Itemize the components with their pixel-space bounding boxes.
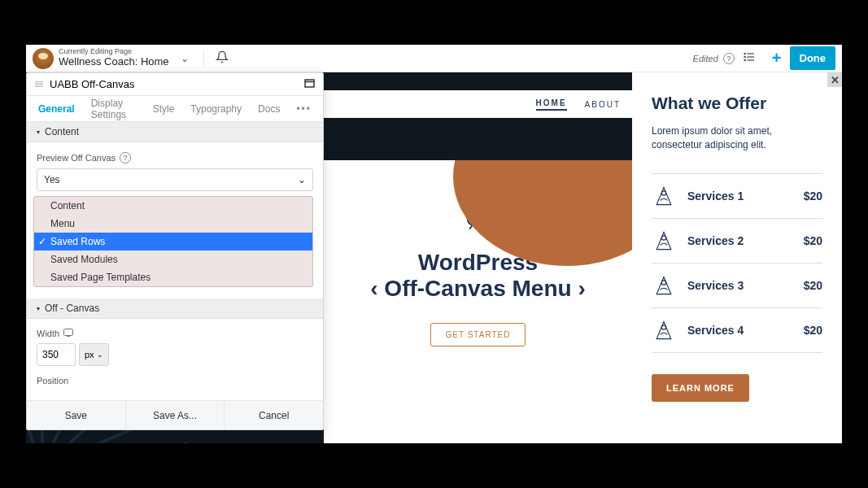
option-content[interactable]: Content	[34, 197, 312, 215]
svg-point-4	[744, 56, 745, 57]
settings-panel: UABB Off-Canvas General Display Settings…	[26, 72, 324, 430]
svg-point-15	[661, 190, 665, 194]
nav-home[interactable]: HOME	[536, 98, 567, 111]
option-menu[interactable]: Menu	[34, 215, 312, 233]
svg-point-5	[744, 59, 745, 60]
tab-general[interactable]: General	[38, 103, 75, 115]
add-icon[interactable]: +	[772, 49, 782, 68]
svg-point-16	[661, 235, 665, 239]
svg-point-6	[480, 192, 491, 203]
service-name: Services 2	[687, 234, 792, 247]
edited-status: Edited	[693, 54, 718, 63]
chevron-down-icon[interactable]: ⌄	[181, 53, 189, 64]
save-button[interactable]: Save	[27, 401, 126, 429]
service-price: $20	[804, 324, 822, 337]
position-label: Position	[37, 376, 313, 386]
tab-typography[interactable]: Typography	[190, 103, 242, 115]
width-label: Width	[37, 329, 313, 338]
option-saved-rows[interactable]: Saved Rows	[34, 233, 312, 251]
drag-handle-icon[interactable]	[35, 81, 43, 87]
svg-point-18	[661, 325, 665, 329]
help-icon[interactable]: ?	[120, 152, 131, 163]
svg-rect-21	[64, 329, 73, 336]
option-saved-page-templates[interactable]: Saved Page Templates	[34, 268, 312, 286]
option-saved-modules[interactable]: Saved Modules	[34, 251, 312, 268]
service-name: Services 4	[687, 324, 792, 337]
service-row[interactable]: Services 1$20	[652, 173, 822, 219]
cancel-button[interactable]: Cancel	[225, 401, 323, 429]
responsive-icon[interactable]	[63, 329, 73, 338]
panel-tabs: General Display Settings Style Typograph…	[27, 96, 323, 122]
yoga-icon	[652, 320, 676, 341]
svg-point-17	[661, 280, 665, 284]
page-title: Wellness Coach: Home	[59, 56, 169, 68]
outline-icon[interactable]	[743, 50, 756, 66]
content-type-dropdown: Content Menu Saved Rows Saved Modules Sa…	[33, 196, 313, 287]
tab-style[interactable]: Style	[153, 103, 175, 115]
bell-icon[interactable]	[203, 50, 229, 66]
offcanvas-sidebar: What we Offer Lorem ipsum dolor sit amet…	[632, 72, 842, 443]
service-name: Services 1	[687, 190, 792, 203]
top-toolbar: Currently Editing Page Wellness Coach: H…	[26, 45, 842, 72]
service-row[interactable]: Services 4$20	[652, 308, 822, 353]
hero-title-2: ‹ Off-Canvas Menu ›	[370, 276, 585, 302]
preview-label: Preview Off Canvas ?	[37, 152, 313, 163]
chevron-down-icon: ⌄	[298, 174, 306, 185]
service-row[interactable]: Services 3$20	[652, 264, 822, 308]
yoga-icon	[652, 230, 676, 251]
tabs-more-icon[interactable]: •••	[296, 103, 312, 115]
yoga-icon	[450, 185, 507, 242]
yoga-icon	[652, 185, 676, 207]
section-content-toggle[interactable]: ▾Content	[27, 122, 323, 142]
chevron-down-icon: ⌄	[97, 351, 103, 359]
close-offcanvas-icon[interactable]: ✕	[827, 72, 842, 87]
tab-docs[interactable]: Docs	[258, 103, 280, 115]
service-row[interactable]: Services 2$20	[652, 219, 822, 264]
save-as-button[interactable]: Save As...	[126, 401, 225, 429]
service-price: $20	[804, 190, 822, 203]
help-icon[interactable]: ?	[723, 53, 735, 64]
offcanvas-heading: What we Offer	[652, 94, 822, 113]
nav-about[interactable]: ABOUT	[585, 100, 621, 109]
section-offcanvas-toggle[interactable]: ▾Off - Canvas	[27, 298, 323, 319]
width-input[interactable]	[37, 343, 76, 366]
service-price: $20	[804, 234, 822, 247]
service-name: Services 3	[687, 279, 792, 292]
yoga-icon	[652, 275, 676, 296]
svg-rect-19	[305, 80, 314, 87]
beaver-logo-icon	[33, 48, 54, 69]
maximize-icon[interactable]	[304, 78, 315, 90]
svg-point-3	[744, 53, 745, 54]
done-button[interactable]: Done	[790, 46, 836, 70]
width-unit-select[interactable]: px⌄	[79, 343, 109, 366]
preview-select[interactable]: Yes ⌄	[37, 168, 313, 191]
offcanvas-blurb: Lorem ipsum dolor sit amet, consectetur …	[652, 124, 822, 152]
panel-title: UABB Off-Canvas	[50, 78, 304, 90]
hero-section: WordPress ‹ Off-Canvas Menu › GET STARTE…	[324, 160, 632, 443]
panel-footer: Save Save As... Cancel	[27, 400, 323, 429]
panel-body: Preview Off Canvas ? Yes ⌄ Content Menu …	[27, 142, 323, 400]
tab-display-settings[interactable]: Display Settings	[91, 98, 137, 120]
get-started-button[interactable]: GET STARTED	[430, 323, 526, 346]
hero-title-1: WordPress	[418, 250, 538, 276]
panel-header[interactable]: UABB Off-Canvas	[27, 73, 323, 96]
page-title-block[interactable]: Currently Editing Page Wellness Coach: H…	[59, 48, 169, 68]
learn-more-button[interactable]: LEARN MORE	[652, 374, 749, 402]
site-nav: HOME ABOUT	[324, 90, 632, 118]
service-price: $20	[804, 279, 822, 292]
